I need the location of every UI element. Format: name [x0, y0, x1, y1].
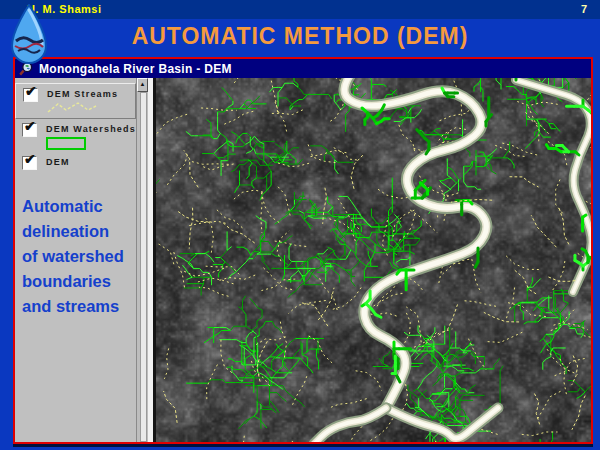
scroll-up-button[interactable]: ▲ [137, 78, 148, 92]
slide-number: 7 [581, 3, 587, 15]
arrow-up-icon: ▲ [140, 81, 146, 87]
legend-panel: ✔ DEM Streams ✔ DEM Watersheds [15, 78, 153, 442]
legend-item-dem-streams[interactable]: ✔ DEM Streams [15, 83, 136, 119]
slide-background: U. M. Shamsi 7 AUTOMATIC METHOD (DEM) Mo… [0, 0, 600, 450]
window-titlebar[interactable]: Monongahela River Basin - DEM [15, 59, 591, 78]
legend-scrollbar[interactable]: ▲ [136, 78, 148, 442]
stream-line-symbol [46, 101, 98, 114]
header-strip: U. M. Shamsi 7 [0, 0, 600, 19]
window-title: Monongahela River Basin - DEM [39, 62, 232, 76]
map-window: Monongahela River Basin - DEM ✔ DEM Stre… [13, 57, 593, 444]
check-icon: ✔ [25, 83, 37, 99]
water-drop-logo [6, 4, 52, 66]
legend-item-dem-watersheds[interactable]: ✔ DEM Watersheds [15, 119, 136, 152]
legend-label-dem-streams: DEM Streams [47, 89, 118, 99]
dem-watersheds-checkbox[interactable]: ✔ [22, 123, 37, 137]
check-icon: ✔ [24, 151, 36, 167]
window-content: ✔ DEM Streams ✔ DEM Watersheds [15, 78, 591, 442]
dem-streams-checkbox[interactable]: ✔ [23, 88, 38, 102]
watershed-polygon-symbol [45, 136, 89, 151]
dem-map-canvas[interactable] [156, 78, 591, 442]
map-view[interactable] [153, 78, 591, 442]
legend-label-dem: DEM [46, 157, 70, 167]
caption-text: Automatic delineation of watershed bound… [22, 194, 126, 319]
scrollbar-track[interactable] [140, 92, 147, 442]
legend-label-dem-watersheds: DEM Watersheds [46, 124, 136, 134]
dem-checkbox[interactable]: ✔ [22, 156, 37, 170]
check-icon: ✔ [24, 118, 36, 134]
slide-title: AUTOMATIC METHOD (DEM) [0, 23, 600, 50]
legend-item-dem[interactable]: ✔ DEM [15, 152, 136, 178]
